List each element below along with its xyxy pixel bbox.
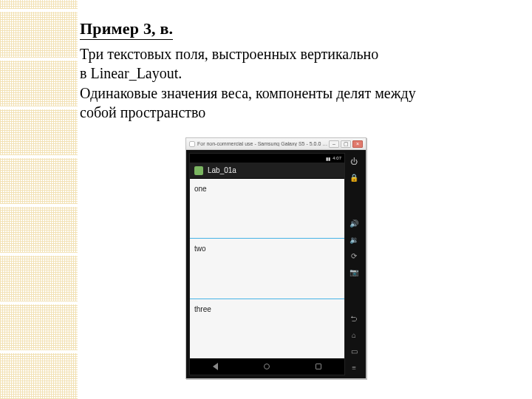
rail-back-icon[interactable]: ⮌ (349, 313, 359, 324)
field-label: three (194, 305, 211, 313)
volume-down-icon[interactable]: 🔉 (349, 235, 359, 245)
desc-line: Одинаковые значения веса, компоненты дел… (80, 85, 416, 101)
emulator-side-toolbar: ⏻ 🔒 🔊 🔉 ⟳ 📷 ⮌ ⌂ ▭ ≡ (345, 153, 363, 375)
text-field-three[interactable]: three (190, 299, 344, 358)
window-titlebar[interactable]: For non-commercial use - Samsung Galaxy … (186, 138, 366, 150)
nav-back-icon[interactable] (213, 363, 218, 370)
phone-screen: ▮▮ 4:07 Lab_01a one two three (189, 153, 345, 375)
rail-home-icon[interactable]: ⌂ (349, 330, 359, 340)
rail-menu-icon[interactable]: ≡ (349, 362, 359, 372)
desc-line: в Linear_Layout. (80, 65, 182, 81)
window-icon (189, 141, 195, 147)
nav-home-icon[interactable] (264, 364, 270, 369)
window-title-text: For non-commercial use - Samsung Galaxy … (197, 141, 329, 146)
volume-up-icon[interactable]: 🔊 (349, 219, 359, 229)
slide-description: Три текстовых поля, выстроенных вертикал… (80, 44, 502, 123)
slide-title: Пример 3, в. (80, 19, 502, 40)
text-field-one[interactable]: one (190, 179, 344, 239)
status-time: 4:07 (332, 156, 341, 160)
rail-recent-icon[interactable]: ▭ (349, 346, 359, 356)
window-controls: – ▢ × (329, 140, 363, 148)
text-field-two[interactable]: two (190, 239, 344, 299)
power-icon[interactable]: ⏻ (349, 156, 359, 166)
signal-icon: ▮▮ (326, 156, 330, 161)
maximize-button[interactable]: ▢ (341, 140, 351, 148)
emulator-window: For non-commercial use - Samsung Galaxy … (185, 137, 366, 379)
close-button[interactable]: × (352, 140, 363, 148)
minimize-button[interactable]: – (329, 140, 339, 148)
field-label: one (194, 185, 207, 193)
app-action-bar: Lab_01a (190, 163, 344, 179)
rotate-icon[interactable]: ⟳ (349, 251, 359, 262)
android-nav-bar (190, 358, 344, 375)
app-title: Lab_01a (208, 166, 236, 174)
android-status-bar: ▮▮ 4:07 (190, 154, 344, 163)
desc-line: собой пространство (80, 104, 205, 120)
camera-icon[interactable]: 📷 (349, 267, 359, 278)
field-label: two (194, 245, 206, 253)
lock-icon[interactable]: 🔒 (349, 172, 359, 183)
app-icon (194, 166, 203, 175)
desc-line: Три текстовых поля, выстроенных вертикал… (80, 46, 378, 62)
nav-recent-icon[interactable] (316, 364, 321, 369)
linear-layout-container: one two three (190, 179, 344, 358)
